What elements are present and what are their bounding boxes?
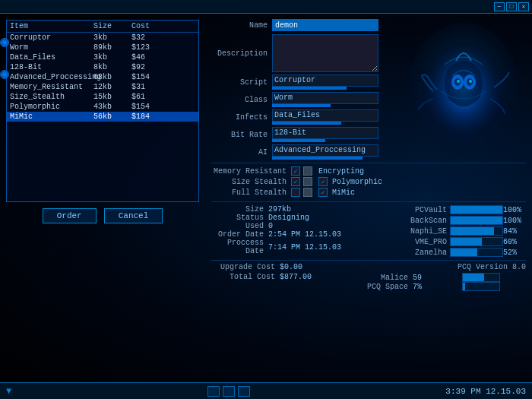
memory-resistant-checkbox[interactable] [291,166,300,176]
close-button[interactable]: ✕ [518,2,529,11]
side-circle-2[interactable] [0,70,9,79]
ai-select[interactable]: Advanced_Proccessing [272,144,378,160]
size-stealth-checkbox[interactable] [291,177,300,186]
topbar: ─ □ ✕ [0,0,532,14]
list-row[interactable]: 128-Bit 8kb $92 [7,62,198,72]
stat-bar-row: BackScan 100% [401,216,526,225]
script-select[interactable]: Corruptor [272,74,378,90]
full-stealth-checkbox[interactable] [291,188,300,197]
stat-bar-pct: 60% [503,238,526,246]
list-row[interactable]: Advanced_Proccessing 68kb $154 [7,72,198,82]
size-stealth-label: Size Stealth [211,178,291,186]
list-item-size: 12kb [93,83,131,91]
stat-bar-track [450,226,503,236]
used-stat-value: 0 [268,222,314,230]
stat-bar-label: VME_PRO [401,238,450,246]
list-item-cost: $154 [131,73,169,81]
stat-bar-label: PCVault [401,206,450,214]
bottombar-nav-icons [207,386,250,397]
list-item-name: Polymorphic [10,103,93,111]
order-date-value: 2:54 PM 12.15.03 [268,230,341,239]
list-item-cost: $61 [131,93,169,101]
stats-bars: PCVault 100% BackScan 100% Naphi_SE 84% … [401,205,526,257]
malice-label: Malice [344,274,413,282]
process-date-label: Proccess Date [211,239,268,255]
name-input[interactable] [272,19,378,31]
cost-section: Upgrade Cost $0.00 Total Cost $877.00 PC… [211,260,526,291]
malice-bar-fill [463,274,484,281]
pcq-space-label: PCQ Space [344,283,413,291]
stats-left: Size 297kb Status Designing Used 0 Order… [211,205,397,257]
process-date-row: Proccess Date 7:14 PM 12.15.03 [211,239,397,255]
order-date-row: Order Date 2:54 PM 12.15.03 [211,230,397,239]
bitrate-select[interactable]: 128-Bit [272,127,378,142]
memory-resistant-label: Memory Resistant [211,167,291,176]
class-value: Worm [272,92,378,104]
stat-bar-pct: 52% [503,249,526,257]
status-stat-row: Status Designing [211,214,397,222]
col-header-size: Size [93,22,131,30]
upgrade-cost-value: $0.00 [280,263,329,271]
script-bar [272,87,347,90]
minimize-button[interactable]: ─ [494,2,505,11]
list-item-cost: $123 [131,43,169,52]
upgrade-cost-row: Upgrade Cost $0.00 [211,263,329,271]
list-item-name: Data_Files [10,53,93,62]
stat-bar-pct: 100% [503,217,526,225]
order-button[interactable]: Order [43,208,97,223]
bottombar-icon-2[interactable] [223,386,235,397]
stat-bar-track [450,216,503,225]
list-row[interactable]: Corruptor 3kb $32 [7,33,198,43]
list-row[interactable]: Size_Stealth 15kb $61 [7,92,198,102]
description-input[interactable] [272,34,378,72]
pcq-space-bar-fill [463,283,465,290]
polymorphic-label: Polymorphic [332,178,382,186]
bottombar-icon-3[interactable] [238,386,250,397]
infects-label: Infects [211,113,272,122]
stat-bar-row: Zanelha 52% [401,248,526,257]
total-cost-row: Total Cost $877.00 [211,273,329,281]
maximize-button[interactable]: □ [506,2,517,11]
stats-section: Size 297kb Status Designing Used 0 Order… [211,201,526,257]
list-row[interactable]: Data_Files 3kb $46 [7,52,198,62]
list-row[interactable]: MiMic 56kb $184 [7,112,198,122]
class-select[interactable]: Worm [272,92,378,107]
list-item-cost: $154 [131,103,169,111]
stat-bar-fill [451,249,477,256]
cancel-button[interactable]: Cancel [104,208,163,223]
full-stealth-gray-box [303,188,312,197]
polymorphic-checkbox[interactable] [318,177,328,186]
infects-select[interactable]: Data_Files [272,109,378,125]
list-item-cost: $184 [131,112,169,121]
list-row[interactable]: Worm 89kb $123 [7,43,198,52]
bottombar-left-icon[interactable]: ▼ [6,386,11,397]
main-content: Item Size Cost Corruptor 3kb $32 Worm 89… [0,14,532,382]
size-stat-row: Size 297kb [211,205,397,214]
list-item-name: Size_Stealth [10,93,93,101]
encrypting-label: Encrypting [318,167,364,176]
pcq-space-row: PCQ Space 7% [344,282,526,291]
status-stat-label: Status [211,214,268,222]
col-header-item: Item [10,22,93,30]
list-item-size: 89kb [93,43,131,52]
stat-bar-row: VME_PRO 60% [401,237,526,246]
size-stealth-gray-box [303,177,312,186]
mimic-checkbox[interactable] [318,188,328,197]
list-item-size: 68kb [93,73,131,81]
full-stealth-label: Full Stealth [211,188,291,197]
side-circle-1[interactable] [0,38,9,47]
bottombar: ▼ 3:39 PM 12.15.03 [0,382,532,399]
list-item-cost: $32 [131,33,169,42]
col-header-cost: Cost [131,22,169,30]
stat-bar-track [450,248,503,257]
list-row[interactable]: Polymorphic 43kb $154 [7,102,198,112]
stat-bar-row: Naphi_SE 84% [401,226,526,236]
list-row[interactable]: Memory_Resistant 12kb $31 [7,82,198,92]
item-list-container: Item Size Cost Corruptor 3kb $32 Worm 89… [6,20,199,202]
class-bar [272,104,331,107]
status-stat-value: Designing [268,214,314,222]
total-cost-label: Total Cost [211,273,280,281]
bottombar-icon-1[interactable] [207,386,220,397]
total-cost-value: $877.00 [280,273,329,281]
stat-bar-fill [451,206,502,214]
